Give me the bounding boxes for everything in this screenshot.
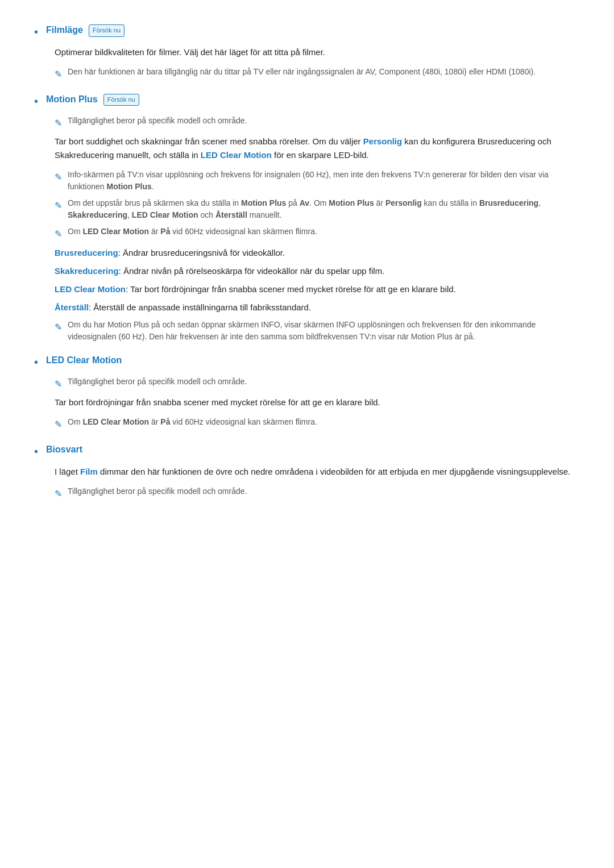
- motion-plus-note-1-text: Info-skärmen på TV:n visar upplösning oc…: [68, 169, 580, 193]
- motion-plus-badge: Försök nu: [103, 94, 139, 106]
- pencil-icon-8: ✎: [55, 417, 62, 432]
- bullet-dot-2: •: [34, 93, 38, 109]
- filmläge-title: Filmläge: [46, 25, 83, 35]
- filmläge-section: • Filmläge Försök nu Optimerar bildkvali…: [34, 23, 580, 82]
- led-main-para: Tar bort fördröjningar från snabba scene…: [55, 396, 580, 409]
- def-brusreducering: Brusreducering: Ändrar brusreduceringsni…: [55, 246, 580, 260]
- motion-plus-bullet: • Motion Plus Försök nu: [34, 92, 580, 109]
- motion-plus-final-note: ✎ Om du har Motion Plus på och sedan öpp…: [55, 319, 580, 343]
- led-clear-motion-bullet: • LED Clear Motion: [34, 353, 580, 370]
- biosvart-main-para: I läget Film dimmar den här funktionen d…: [55, 465, 580, 479]
- biosvart-section: • Biosvart I läget Film dimmar den här f…: [34, 442, 580, 501]
- pencil-icon-2: ✎: [55, 116, 62, 131]
- motion-plus-content: ✎ Tillgänglighet beror på specifik model…: [55, 115, 580, 343]
- motion-plus-note-3: ✎ Om LED Clear Motion är På vid 60Hz vid…: [55, 226, 580, 242]
- bullet-dot: •: [34, 24, 38, 40]
- pencil-icon-6: ✎: [55, 320, 62, 335]
- biosvart-bullet: • Biosvart: [34, 442, 580, 459]
- pencil-icon-9: ✎: [55, 487, 62, 501]
- pencil-icon-7: ✎: [55, 377, 62, 392]
- motion-plus-note-2-text: Om det uppstår brus på skärmen ska du st…: [68, 197, 580, 221]
- pencil-icon-3: ✎: [55, 170, 62, 185]
- def-återställ: Återställ: Återställ de anpassade instäl…: [55, 301, 580, 314]
- personlig-link: Personlig: [363, 136, 402, 146]
- led-note-before-text: Tillgänglighet beror på specifik modell …: [68, 376, 247, 388]
- biosvart-content: I läget Film dimmar den här funktionen d…: [55, 465, 580, 501]
- motion-plus-main-para: Tar bort suddighet och skakningar från s…: [55, 135, 580, 162]
- filmläge-note: ✎ Den här funktionen är bara tillgänglig…: [55, 66, 580, 82]
- led-note-after: ✎ Om LED Clear Motion är På vid 60Hz vid…: [55, 416, 580, 432]
- led-note-before: ✎ Tillgänglighet beror på specifik model…: [55, 376, 580, 392]
- biosvart-note-text: Tillgänglighet beror på specifik modell …: [68, 485, 247, 497]
- pencil-icon-5: ✎: [55, 227, 62, 242]
- bullet-dot-3: •: [34, 354, 38, 370]
- motion-plus-final-note-text: Om du har Motion Plus på och sedan öppna…: [68, 319, 580, 343]
- motion-plus-note-2: ✎ Om det uppstår brus på skärmen ska du …: [55, 197, 580, 221]
- pencil-icon-4: ✎: [55, 198, 62, 213]
- motion-plus-title: Motion Plus: [46, 94, 98, 104]
- filmläge-note-text: Den här funktionen är bara tillgänglig n…: [68, 66, 536, 78]
- motion-plus-section: • Motion Plus Försök nu ✎ Tillgänglighet…: [34, 92, 580, 343]
- biosvart-title: Biosvart: [46, 442, 82, 457]
- motion-plus-note-before: ✎ Tillgänglighet beror på specifik model…: [55, 115, 580, 131]
- bullet-dot-4: •: [34, 443, 38, 459]
- filmläge-bullet: • Filmläge Försök nu: [34, 23, 580, 40]
- led-note-after-text: Om LED Clear Motion är På vid 60Hz video…: [68, 416, 317, 428]
- pencil-icon: ✎: [55, 67, 62, 82]
- film-link: Film: [80, 467, 98, 476]
- filmläge-content: Optimerar bildkvaliteten för filmer. Väl…: [55, 45, 580, 82]
- led-clear-motion-link-1: LED Clear Motion: [201, 150, 272, 160]
- filmläge-badge: Försök nu: [89, 24, 125, 37]
- def-led-clear-motion: LED Clear Motion: Tar bort fördröjningar…: [55, 283, 580, 296]
- led-clear-motion-section: • LED Clear Motion ✎ Tillgänglighet bero…: [34, 353, 580, 432]
- biosvart-note: ✎ Tillgänglighet beror på specifik model…: [55, 485, 580, 501]
- definitions-block: Brusreducering: Ändrar brusreduceringsni…: [55, 246, 580, 314]
- led-clear-motion-content: ✎ Tillgänglighet beror på specifik model…: [55, 376, 580, 432]
- led-clear-motion-title: LED Clear Motion: [46, 353, 122, 368]
- motion-plus-note-1: ✎ Info-skärmen på TV:n visar upplösning …: [55, 169, 580, 193]
- motion-plus-note-before-text: Tillgänglighet beror på specifik modell …: [68, 115, 247, 127]
- def-skakreducering: Skakreducering: Ändrar nivån på rörelseo…: [55, 264, 580, 278]
- motion-plus-note-3-text: Om LED Clear Motion är På vid 60Hz video…: [68, 226, 317, 238]
- filmläge-intro: Optimerar bildkvaliteten för filmer. Väl…: [55, 45, 580, 59]
